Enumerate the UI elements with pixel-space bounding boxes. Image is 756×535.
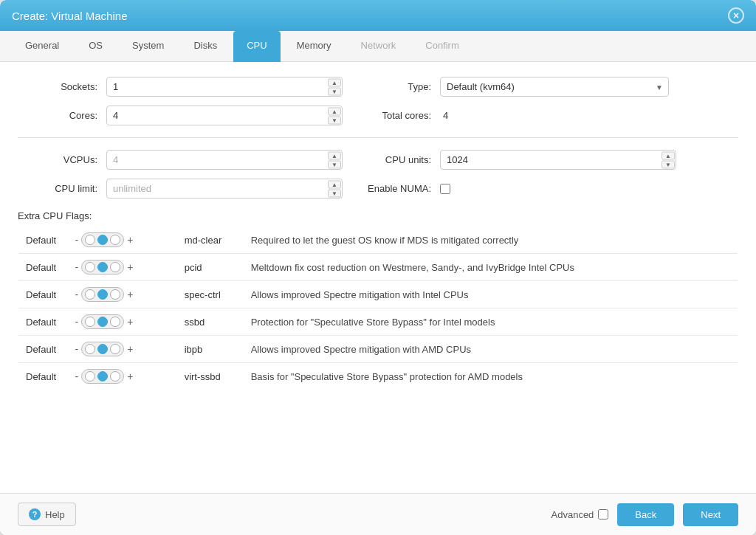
toggle-plus[interactable]: + bbox=[126, 316, 134, 328]
toggle-minus[interactable]: - bbox=[74, 261, 80, 273]
toggle-plus[interactable]: + bbox=[126, 234, 134, 246]
cpu-limit-input[interactable] bbox=[106, 179, 343, 199]
toggle-dot-3[interactable] bbox=[110, 289, 120, 300]
cpu-limit-input-wrap: ▲ ▼ bbox=[106, 179, 343, 199]
sockets-down[interactable]: ▼ bbox=[328, 87, 341, 95]
toggle-dot-1[interactable] bbox=[85, 235, 95, 245]
toggle-dots-group bbox=[81, 369, 124, 384]
table-row: Default - + ssbd Protection for "Specula… bbox=[18, 308, 738, 336]
toggle-dot-2[interactable] bbox=[97, 371, 108, 382]
advanced-checkbox[interactable] bbox=[598, 509, 608, 520]
flag-name: virt-ssbd bbox=[177, 363, 244, 390]
cpu-limit-down[interactable]: ▼ bbox=[328, 189, 341, 197]
toggle-dots-group bbox=[81, 342, 124, 356]
toggle-dots-group bbox=[81, 314, 124, 329]
vcpu-form-section: VCPUs: ▲ ▼ CPU units: ▲ ▼ bbox=[18, 150, 738, 199]
vcpus-up[interactable]: ▲ bbox=[328, 151, 341, 159]
toggle-dot-2[interactable] bbox=[97, 317, 108, 327]
cores-input[interactable] bbox=[106, 106, 343, 125]
toggle-plus[interactable]: + bbox=[126, 370, 134, 382]
toggle-dot-3[interactable] bbox=[110, 371, 120, 382]
toggle-dot-1[interactable] bbox=[85, 317, 95, 327]
cpu-limit-up[interactable]: ▲ bbox=[328, 180, 341, 188]
help-label: Help bbox=[45, 509, 65, 520]
tab-general[interactable]: General bbox=[12, 31, 72, 62]
toggle-dot-3[interactable] bbox=[110, 344, 120, 354]
table-row: Default - + ibpb Allows improved Spectre… bbox=[18, 336, 738, 363]
toggle-minus[interactable]: - bbox=[74, 316, 80, 328]
toggle-plus[interactable]: + bbox=[126, 343, 134, 355]
flag-name: ibpb bbox=[177, 336, 244, 363]
tab-disks[interactable]: Disks bbox=[180, 31, 230, 62]
back-button[interactable]: Back bbox=[617, 503, 674, 526]
sockets-up[interactable]: ▲ bbox=[328, 78, 341, 86]
cpu-units-form: CPU units: ▲ ▼ bbox=[366, 150, 676, 170]
toggle-dot-3[interactable] bbox=[110, 235, 120, 245]
toggle-dot-1[interactable] bbox=[85, 262, 95, 272]
tab-system[interactable]: System bbox=[119, 31, 177, 62]
vcpus-label: VCPUs: bbox=[18, 154, 106, 165]
toggle-dot-3[interactable] bbox=[110, 262, 120, 272]
type-select-wrap: Default (kvm64) ▼ bbox=[440, 77, 669, 97]
toggle-dot-3[interactable] bbox=[110, 317, 120, 327]
type-select[interactable]: Default (kvm64) bbox=[440, 77, 669, 97]
toggle-dot-2[interactable] bbox=[97, 262, 108, 272]
flag-default-label: Default bbox=[18, 254, 66, 281]
tab-cpu[interactable]: CPU bbox=[233, 31, 280, 62]
next-button[interactable]: Next bbox=[683, 503, 738, 526]
vcpus-down[interactable]: ▼ bbox=[328, 160, 341, 168]
cpu-flags-table: Default - + md-clear Required to let the… bbox=[18, 226, 738, 390]
help-icon: ? bbox=[29, 508, 41, 520]
flag-toggle-cell: - + bbox=[66, 227, 177, 254]
total-cores-label: Total cores: bbox=[366, 110, 440, 121]
help-button[interactable]: ? Help bbox=[18, 503, 76, 526]
vcpus-input[interactable] bbox=[106, 150, 343, 170]
vcpus-spinner: ▲ ▼ bbox=[328, 151, 341, 168]
toggle-dots-group bbox=[81, 232, 124, 247]
cpu-units-input-wrap: ▲ ▼ bbox=[440, 150, 676, 170]
flag-description: Required to let the guest OS know if MDS… bbox=[244, 227, 738, 254]
cores-down[interactable]: ▼ bbox=[328, 116, 341, 124]
content-area: Sockets: ▲ ▼ Type: Default (kvm64) ▼ bbox=[0, 62, 756, 493]
toggle-dot-1[interactable] bbox=[85, 289, 95, 300]
toggle-dot-1[interactable] bbox=[85, 371, 95, 382]
toggle-dots-group bbox=[81, 287, 124, 302]
extra-cpu-flags-section: Extra CPU Flags: Default - + md-clear Re… bbox=[18, 210, 738, 390]
sockets-input-wrap: ▲ ▼ bbox=[106, 77, 343, 97]
flag-description: Allows improved Spectre mitigation with … bbox=[244, 281, 738, 308]
cpu-units-input[interactable] bbox=[440, 150, 676, 170]
enable-numa-checkbox[interactable] bbox=[440, 184, 450, 194]
cores-label: Cores: bbox=[18, 110, 106, 121]
toggle-dot-2[interactable] bbox=[97, 235, 108, 245]
toggle-minus[interactable]: - bbox=[74, 289, 80, 300]
tab-memory[interactable]: Memory bbox=[284, 31, 345, 62]
total-cores-value: 4 bbox=[443, 110, 448, 121]
create-vm-dialog: Create: Virtual Machine × General OS Sys… bbox=[0, 0, 756, 535]
toggle-dot-2[interactable] bbox=[97, 289, 108, 300]
flag-description: Allows improved Spectre mitigation with … bbox=[244, 336, 738, 363]
cores-up[interactable]: ▲ bbox=[328, 107, 341, 115]
section-divider-1 bbox=[18, 137, 738, 138]
toggle-wrap: - + bbox=[74, 260, 170, 275]
toggle-wrap: - + bbox=[74, 314, 170, 329]
toggle-minus[interactable]: - bbox=[74, 234, 80, 246]
table-row: Default - + virt-ssbd Basis for "Specula… bbox=[18, 363, 738, 390]
cores-input-wrap: ▲ ▼ bbox=[106, 106, 343, 125]
cpu-units-spinner: ▲ ▼ bbox=[662, 151, 675, 168]
close-button[interactable]: × bbox=[728, 7, 744, 24]
footer-right: Advanced Back Next bbox=[551, 503, 738, 526]
toggle-dot-1[interactable] bbox=[85, 344, 95, 354]
toggle-plus[interactable]: + bbox=[126, 289, 134, 300]
footer: ? Help Advanced Back Next bbox=[0, 493, 756, 535]
table-row: Default - + spec-ctrl Allows improved Sp… bbox=[18, 281, 738, 308]
toggle-minus[interactable]: - bbox=[74, 370, 80, 382]
tab-os[interactable]: OS bbox=[75, 31, 116, 62]
flag-default-label: Default bbox=[18, 336, 66, 363]
cpu-units-up[interactable]: ▲ bbox=[662, 151, 675, 159]
tab-bar: General OS System Disks CPU Memory Netwo… bbox=[0, 31, 756, 62]
toggle-plus[interactable]: + bbox=[126, 261, 134, 273]
sockets-input[interactable] bbox=[106, 77, 343, 97]
cpu-units-down[interactable]: ▼ bbox=[662, 160, 675, 168]
toggle-dot-2[interactable] bbox=[97, 344, 108, 354]
toggle-minus[interactable]: - bbox=[74, 343, 80, 355]
